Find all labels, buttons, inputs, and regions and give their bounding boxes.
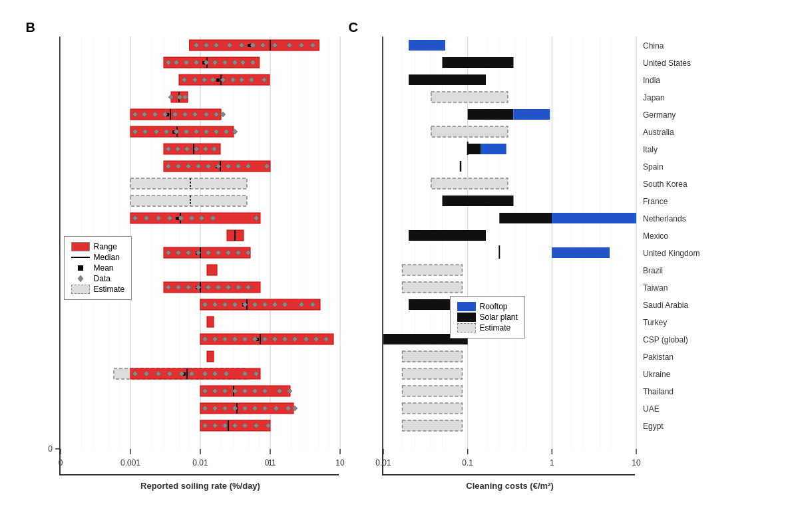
country-germany: Germany — [643, 110, 676, 120]
legend-b-estimate: Estimate — [71, 285, 125, 294]
svg-text:0.01: 0.01 — [192, 458, 208, 467]
svg-rect-107 — [130, 196, 247, 206]
svg-rect-250 — [467, 109, 513, 120]
legend-c-solar: Solar plant — [457, 313, 518, 322]
svg-text:0: 0 — [58, 458, 63, 467]
country-japan: Japan — [643, 93, 665, 102]
legend-estimate-label: Estimate — [94, 285, 125, 294]
country-ukraine: Ukraine — [643, 370, 671, 379]
country-thailand: Thailand — [643, 387, 674, 396]
bar-b-11 — [130, 213, 260, 223]
svg-text:Cleaning costs (€/m²): Cleaning costs (€/m²) — [466, 481, 553, 491]
country-australia: Australia — [643, 128, 674, 137]
legend-rooftop-swatch — [457, 302, 476, 311]
svg-rect-270 — [402, 368, 462, 379]
panel-b: B — [26, 20, 342, 512]
svg-text:10: 10 — [335, 458, 345, 467]
legend-range-label: Range — [94, 242, 117, 251]
legend-solar-label: Solar plant — [480, 313, 518, 322]
svg-rect-272 — [402, 403, 462, 414]
chart-container: B — [13, 13, 778, 519]
panel-c: C — [349, 20, 765, 512]
legend-estimate-swatch — [71, 285, 90, 294]
svg-text:Reported soiling rate (%/day): Reported soiling rate (%/day) — [140, 481, 260, 491]
svg-rect-261 — [409, 230, 486, 241]
svg-rect-47 — [216, 78, 220, 82]
svg-rect-172 — [130, 368, 260, 379]
legend-c-estimate-swatch — [457, 323, 476, 332]
country-saudi: Saudi Arabia — [643, 301, 688, 310]
country-brazil: Brazil — [643, 266, 663, 275]
svg-rect-258 — [442, 196, 513, 206]
country-uk: United Kingdom — [643, 249, 699, 258]
svg-text:0.001: 0.001 — [120, 458, 140, 467]
legend-b-range: Range — [71, 242, 125, 251]
bar-b-19 — [207, 351, 214, 362]
svg-rect-264 — [402, 265, 462, 275]
country-uae: UAE — [643, 404, 660, 414]
country-netherlands: Netherlands — [643, 214, 686, 223]
svg-rect-259 — [499, 213, 552, 223]
svg-rect-260 — [552, 213, 636, 223]
svg-rect-265 — [402, 282, 462, 293]
country-india: India — [643, 76, 660, 85]
legend-c-rooftop: Rooftop — [457, 302, 518, 311]
country-mexico: Mexico — [643, 231, 668, 241]
svg-rect-252 — [431, 126, 507, 137]
country-china: China — [643, 41, 664, 51]
country-pakistan: Pakistan — [643, 352, 674, 362]
svg-rect-269 — [402, 351, 462, 362]
panel-c-label: C — [349, 20, 358, 35]
legend-median-label: Median — [94, 253, 120, 262]
legend-rooftop-label: Rooftop — [480, 302, 508, 311]
legend-b: Range Median Mean Data — [64, 236, 132, 300]
country-turkey: Turkey — [643, 318, 667, 327]
country-italy: Italy — [643, 145, 658, 154]
svg-text:0.1: 0.1 — [462, 458, 473, 467]
country-us: United States — [643, 59, 691, 68]
svg-text:10: 10 — [632, 458, 641, 467]
bar-b-17 — [207, 317, 214, 327]
svg-rect-251 — [513, 109, 550, 120]
svg-rect-246 — [409, 40, 445, 51]
svg-text:0.01: 0.01 — [375, 458, 391, 467]
legend-b-median: Median — [71, 253, 125, 262]
legend-b-data: Data — [71, 274, 125, 283]
panel-b-label: B — [26, 20, 35, 35]
svg-rect-271 — [402, 386, 462, 396]
svg-rect-253 — [467, 144, 481, 154]
legend-c-estimate: Estimate — [457, 323, 518, 332]
country-csp: CSP (global) — [643, 335, 688, 344]
legend-b-mean: Mean — [71, 263, 125, 273]
panel-c-svg: 0.01 0.1 1 10 Cleaning costs (€/m²) Chin… — [383, 37, 636, 449]
country-egypt: Egypt — [643, 422, 664, 431]
svg-marker-229 — [78, 275, 83, 282]
country-south-korea: South Korea — [643, 180, 688, 189]
svg-rect-249 — [431, 92, 507, 102]
legend-c: Rooftop Solar plant Estimate — [450, 296, 525, 338]
legend-mean-swatch — [78, 265, 83, 271]
svg-rect-105 — [130, 178, 247, 189]
svg-text:1: 1 — [549, 458, 554, 467]
legend-median-swatch — [71, 257, 90, 258]
legend-data-label: Data — [94, 274, 110, 283]
svg-rect-262 — [552, 247, 610, 258]
svg-rect-255 — [481, 144, 506, 154]
legend-solar-swatch — [457, 313, 476, 322]
legend-data-swatch — [71, 274, 90, 283]
legend-range-swatch — [71, 242, 90, 251]
svg-rect-257 — [431, 178, 507, 189]
legend-mean-label: Mean — [94, 263, 114, 273]
svg-text:0: 0 — [48, 444, 53, 454]
svg-rect-248 — [409, 74, 486, 85]
svg-text:1: 1 — [268, 458, 272, 467]
legend-c-estimate-label: Estimate — [480, 323, 511, 332]
bar-b-14 — [207, 265, 217, 275]
svg-rect-273 — [402, 420, 462, 431]
svg-rect-247 — [442, 57, 513, 68]
country-taiwan: Taiwan — [643, 283, 668, 293]
country-france: France — [643, 197, 668, 206]
country-spain: Spain — [643, 162, 664, 172]
